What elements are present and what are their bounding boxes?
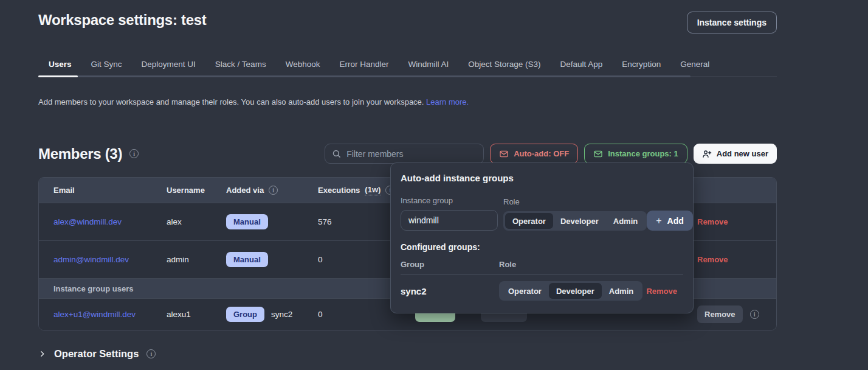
- column-header-role: Role: [499, 260, 516, 269]
- instance-groups-label: Instance groups: 1: [608, 149, 678, 158]
- learn-more-link[interactable]: Learn more.: [426, 97, 469, 106]
- configured-group-row: sync2 Operator Developer Admin Remove: [401, 281, 683, 301]
- member-group-name: sync2: [271, 310, 292, 319]
- role-toggle: Operator Developer Admin: [503, 211, 647, 231]
- configured-groups-columns: Group Role: [401, 260, 683, 275]
- members-toolbar: Members (3) i Auto-add: OFF Instance: [38, 144, 777, 164]
- column-header-added-via: Added via i: [226, 186, 318, 195]
- auto-add-label: Auto-add: OFF: [514, 149, 569, 158]
- description-text: Add members to your workspace and manage…: [38, 97, 424, 106]
- tab-object-storage[interactable]: Object Storage (S3): [458, 56, 550, 77]
- role-option-operator[interactable]: Operator: [501, 283, 549, 299]
- add-new-user-button[interactable]: Add new user: [694, 144, 777, 164]
- tab-general[interactable]: General: [670, 56, 719, 77]
- members-info-icon[interactable]: i: [129, 149, 139, 158]
- instance-group-input[interactable]: [401, 210, 498, 231]
- column-header-email: Email: [39, 186, 167, 195]
- filter-members-box: [325, 144, 484, 164]
- tab-encryption[interactable]: Encryption: [612, 56, 670, 77]
- plus-icon: +: [656, 215, 661, 226]
- remove-configured-group-button[interactable]: Remove: [646, 287, 677, 296]
- member-email-link[interactable]: alex@windmill.dev: [53, 217, 122, 226]
- added-via-badge: Group: [226, 307, 264, 322]
- role-label: Role: [503, 197, 647, 206]
- tab-windmill-ai[interactable]: Windmill AI: [398, 56, 458, 77]
- column-header-username: Username: [167, 186, 226, 195]
- added-via-info-icon[interactable]: i: [269, 186, 278, 195]
- tab-bar-track: [38, 75, 691, 77]
- instance-groups-button[interactable]: Instance groups: 1: [584, 144, 687, 164]
- operator-settings-section: Operator Settings i: [38, 348, 777, 360]
- configured-role-toggle: Operator Developer Admin: [499, 281, 642, 301]
- executions-label: Executions: [318, 186, 360, 195]
- page-title: Workspace settings: test: [38, 12, 206, 29]
- auto-add-instance-groups-popup: Auto-add instance groups Instance group …: [390, 162, 694, 313]
- chevron-right-icon[interactable]: [38, 350, 46, 358]
- auto-add-button[interactable]: Auto-add: OFF: [490, 144, 578, 164]
- settings-tab-bar: Users Git Sync Deployment UI Slack / Tea…: [38, 56, 777, 77]
- tab-webhook[interactable]: Webhook: [276, 56, 330, 77]
- configured-group-name: sync2: [401, 286, 499, 296]
- added-via-badge: Manual: [226, 252, 268, 267]
- executions-window-label: (1w): [365, 185, 381, 195]
- added-via-badge: Manual: [226, 214, 268, 229]
- search-icon: [332, 149, 341, 158]
- tab-slack-teams[interactable]: Slack / Teams: [205, 56, 276, 77]
- member-username: alex: [167, 217, 226, 226]
- role-option-developer[interactable]: Developer: [553, 213, 606, 229]
- tab-deployment-ui[interactable]: Deployment UI: [132, 56, 205, 77]
- operator-settings-heading: Operator Settings: [54, 348, 139, 360]
- tab-users[interactable]: Users: [38, 56, 81, 77]
- member-email-link[interactable]: alex+u1@windmill.dev: [53, 310, 136, 319]
- role-option-admin[interactable]: Admin: [602, 283, 641, 299]
- remove-member-button[interactable]: Remove: [697, 217, 728, 226]
- role-option-admin[interactable]: Admin: [606, 213, 645, 229]
- configured-groups-heading: Configured groups:: [401, 242, 683, 252]
- member-email-link[interactable]: admin@windmill.dev: [53, 255, 129, 264]
- add-group-label: Add: [667, 216, 684, 226]
- member-username: alexu1: [167, 310, 226, 319]
- operator-settings-info-icon[interactable]: i: [146, 349, 156, 358]
- role-option-operator[interactable]: Operator: [505, 213, 553, 229]
- add-new-user-label: Add new user: [717, 149, 768, 158]
- added-via-label: Added via: [226, 186, 264, 195]
- remove-member-button[interactable]: Remove: [697, 305, 743, 323]
- instance-settings-button[interactable]: Instance settings: [687, 12, 777, 33]
- user-plus-icon: [702, 149, 712, 159]
- add-group-button[interactable]: + Add: [647, 211, 693, 231]
- filter-members-input[interactable]: [346, 149, 477, 159]
- tab-default-app[interactable]: Default App: [551, 56, 613, 77]
- mail-icon: [593, 149, 603, 159]
- column-header-group: Group: [401, 260, 499, 269]
- page-header: Workspace settings: test Instance settin…: [38, 0, 777, 33]
- member-username: admin: [167, 255, 226, 264]
- mail-icon: [499, 149, 509, 159]
- tab-git-sync[interactable]: Git Sync: [81, 56, 132, 77]
- role-option-developer[interactable]: Developer: [549, 283, 602, 299]
- members-heading: Members (3): [38, 145, 122, 162]
- members-description: Add members to your workspace and manage…: [38, 97, 777, 106]
- tab-error-handler[interactable]: Error Handler: [329, 56, 398, 77]
- remove-info-icon[interactable]: i: [750, 310, 759, 319]
- popup-title: Auto-add instance groups: [401, 173, 683, 183]
- active-tab-underline: [38, 75, 78, 77]
- instance-group-label: Instance group: [401, 196, 498, 205]
- remove-member-button[interactable]: Remove: [697, 255, 728, 264]
